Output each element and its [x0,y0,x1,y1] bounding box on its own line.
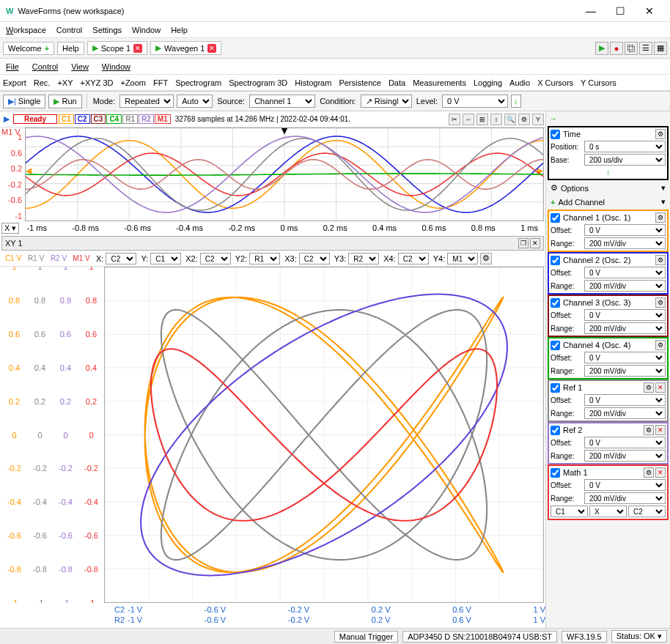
tab-help[interactable]: Help [57,42,84,55]
tool-spectrogram[interactable]: Spectrogram [175,78,221,87]
mode-select[interactable]: Repeated [119,95,174,108]
r1-offset-select[interactable]: 0 V [584,394,666,406]
c1-offset-select[interactable]: 0 V [584,224,666,236]
chip-c3[interactable]: C3 [91,114,106,124]
menu-settings[interactable]: Settings [92,26,122,34]
options-row[interactable]: ⚙ Options▾ [548,182,669,194]
tool-xyz[interactable]: +XYZ 3D [81,78,114,87]
gear-icon[interactable]: ⚙ [644,425,654,435]
tool-icon-1[interactable]: ✂ [449,114,460,125]
device-info[interactable]: ADP3450 D SN:210018B04974 USB:ST [402,631,557,643]
down-arrow-icon[interactable]: ↓ [551,166,666,177]
m1-offset-select[interactable]: 0 V [584,479,666,491]
tool-rec[interactable]: Rec. [34,78,51,87]
gear-icon[interactable]: ⚙ [655,340,666,350]
tool-zoom[interactable]: +Zoom [120,78,146,87]
math-op1[interactable]: C1 [551,506,588,517]
tool-xy[interactable]: +XY [57,78,73,87]
layout-button-3[interactable]: ▦ [654,42,667,55]
xy-plot[interactable] [104,267,544,603]
close-icon[interactable]: ✕ [133,44,142,53]
math-op[interactable]: X [589,506,627,517]
c2-checkbox[interactable] [551,256,560,265]
c2-offset-select[interactable]: 0 V [584,267,666,278]
chip-r1[interactable]: R1 [122,114,138,124]
tool-xcursors[interactable]: X Cursors [537,78,573,87]
c3-checkbox[interactable] [551,298,560,308]
chip-c4[interactable]: C4 [106,114,122,124]
tool-measurements[interactable]: Measurements [413,78,466,87]
tool-icon-2[interactable]: ↔ [463,114,474,125]
source-select[interactable]: Channel 1 [249,95,315,108]
gear-icon[interactable]: ⚙ [644,382,654,393]
tab-welcome[interactable]: Welcome+ [3,42,54,55]
minimize-button[interactable]: — [576,5,605,17]
chip-r2[interactable]: R2 [139,114,154,124]
chip-c2[interactable]: C2 [75,114,90,124]
menu-window[interactable]: Window [132,26,161,34]
close-icon[interactable]: ✕ [207,44,216,53]
tool-data[interactable]: Data [389,78,405,87]
single-button[interactable]: ▶|Single [3,95,45,108]
tool-fft[interactable]: FFT [153,78,168,87]
close-icon[interactable]: ✕ [655,382,666,393]
time-base-select[interactable]: 200 us/div [584,154,666,166]
gear-icon[interactable]: ⚙ [655,212,666,223]
undock-icon[interactable]: ❐ [518,238,529,248]
c2-range-select[interactable]: 200 mV/div [584,280,666,292]
tool-ycursors[interactable]: Y Cursors [581,78,616,87]
r2-offset-select[interactable]: 0 V [584,437,666,448]
tool-logging[interactable]: Logging [474,78,502,87]
close-icon[interactable]: ✕ [655,425,666,435]
maximize-button[interactable]: ☐ [605,5,635,17]
r1-range-select[interactable]: 200 mV/div [584,407,666,419]
layout-button-2[interactable]: ☰ [639,42,652,55]
xy-x2-select[interactable]: C2 [200,253,231,264]
c3-offset-select[interactable]: 0 V [584,309,666,321]
gear-icon[interactable]: ⚙ [644,467,654,478]
status-ok[interactable]: Status: OK ▾ [611,630,667,643]
run-button[interactable]: ▶Run [48,95,81,108]
xy-y2-select[interactable]: R1 [249,253,280,264]
gear-icon[interactable]: ⚙ [655,255,666,265]
chip-m1[interactable]: M1 [155,114,171,124]
apply-button[interactable]: ↓ [511,95,521,108]
trigger-select[interactable]: Auto [177,95,213,108]
tool-spectrogram3d[interactable]: Spectrogram 3D [229,78,287,87]
tool-export[interactable]: Export [3,78,26,87]
menu-view[interactable]: View [71,62,89,71]
time-checkbox[interactable] [551,130,560,139]
close-icon[interactable]: ✕ [655,467,666,478]
menu-workspace[interactable]: Workspace [6,26,46,34]
tool-persistence[interactable]: Persistence [339,78,380,87]
close-xy-icon[interactable]: ✕ [530,238,540,248]
xy-y4-select[interactable]: M1 [447,253,478,264]
math-op2[interactable]: C2 [628,506,666,517]
chip-c1[interactable]: C1 [59,114,74,124]
xy-y-select[interactable]: C1 [150,253,181,264]
tool-icon-5[interactable]: 🔍 [504,114,516,125]
gear-icon[interactable]: ⚙ [480,253,492,264]
gear-icon[interactable]: ⚙ [655,297,666,308]
r2-checkbox[interactable] [551,426,560,435]
xy-y3-select[interactable]: R2 [348,253,379,264]
c4-offset-select[interactable]: 0 V [584,352,666,363]
c4-range-select[interactable]: 200 mV/div [584,365,666,377]
r2-range-select[interactable]: 200 mV/div [584,450,666,462]
menu-help[interactable]: Help [171,26,188,34]
c3-range-select[interactable]: 200 mV/div [584,322,666,334]
scope-plot[interactable] [25,127,544,221]
menu-control[interactable]: Control [56,26,82,34]
level-select[interactable]: 0 V [442,95,508,108]
tool-icon-3[interactable]: ⊞ [476,114,488,125]
m1-range-select[interactable]: 200 mV/div [584,492,666,504]
r1-checkbox[interactable] [551,383,560,393]
xy-x3-select[interactable]: C2 [299,253,330,264]
menu-window-2[interactable]: Window [102,62,130,71]
x-button[interactable]: X ▾ [1,223,19,234]
layout-button-1[interactable]: ⿻ [625,42,638,55]
c1-checkbox[interactable] [551,213,560,223]
manual-trigger-button[interactable]: Manual Trigger [334,631,398,643]
c4-checkbox[interactable] [551,341,560,350]
add-channel-row[interactable]: + Add Channel▾ [548,196,669,208]
